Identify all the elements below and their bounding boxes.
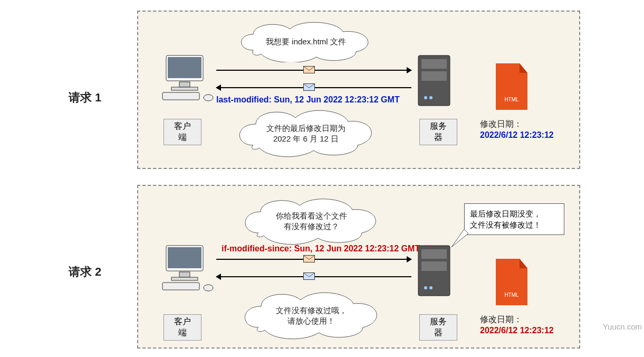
svg-point-10: [429, 96, 432, 99]
svg-rect-8: [421, 71, 447, 81]
svg-rect-15: [171, 277, 198, 280]
svg-rect-3: [171, 87, 198, 90]
svg-rect-19: [421, 249, 447, 259]
server-icon-2: [414, 243, 456, 301]
svg-rect-7: [421, 59, 447, 69]
bubble-text: 文件的最后修改日期为 2022 年 6 月 12 日: [266, 123, 345, 144]
response-bubble-2: 文件没有修改过哦， 请放心使用！: [237, 290, 385, 341]
envelope-icon: [303, 255, 315, 262]
html-file-icon: HTML: [493, 63, 530, 111]
client-computer-icon: [158, 243, 216, 296]
label-request-2: 请求 2: [69, 264, 101, 280]
if-modified-since-header: if-modified-since: Sun, 12 Jun 2022 12:2…: [222, 244, 420, 253]
bubble-text: 我想要 index.html 文件: [266, 36, 346, 47]
server-speech-bubble: 最后修改日期没变， 文件没有被修改过！: [464, 203, 564, 235]
svg-rect-4: [162, 92, 199, 100]
bubble-text: 文件没有修改过哦， 请放心使用！: [276, 305, 347, 326]
label-request-1: 请求 1: [69, 90, 101, 106]
mod-date-value-2: 2022/6/12 12:23:12: [480, 326, 554, 335]
svg-rect-2: [179, 82, 190, 87]
server-icon-1: [414, 53, 456, 111]
mod-date-label-2: 修改日期：: [480, 314, 522, 325]
client-label-2: 客户端: [164, 314, 201, 341]
server-label-1: 服务器: [419, 119, 457, 145]
mod-date-value-1: 2022/6/12 12:23:12: [480, 130, 554, 140]
svg-rect-16: [162, 283, 199, 290]
svg-rect-1: [168, 57, 201, 78]
svg-rect-20: [421, 261, 447, 271]
svg-point-17: [204, 285, 213, 291]
request-bubble-2: 你给我看看这个文件 有没有修改过？: [237, 197, 385, 246]
server-label-2: 服务器: [419, 314, 457, 341]
envelope-icon: [303, 83, 315, 91]
response-bubble-1: 文件的最后修改日期为 2022 年 6 月 12 日: [232, 108, 380, 158]
svg-rect-13: [168, 247, 201, 268]
svg-point-21: [424, 286, 427, 289]
envelope-icon: [303, 273, 315, 280]
svg-text:HTML: HTML: [504, 97, 519, 102]
client-computer-icon: [158, 53, 216, 106]
mod-date-label-1: 修改日期：: [480, 119, 522, 130]
speech-tail-icon: [448, 228, 469, 249]
html-file-icon: HTML: [493, 259, 530, 306]
svg-point-22: [429, 286, 432, 289]
last-modified-header: last-modified: Sun, 12 Jun 2022 12:23:12…: [216, 95, 400, 105]
svg-marker-23: [451, 229, 468, 247]
svg-point-9: [424, 96, 427, 99]
watermark: Yuucn.com: [603, 322, 642, 331]
svg-rect-14: [179, 272, 190, 277]
request-bubble-1: 我想要 index.html 文件: [232, 21, 380, 62]
svg-point-5: [204, 95, 213, 101]
svg-text:HTML: HTML: [504, 292, 519, 298]
client-label-1: 客户端: [164, 119, 201, 145]
bubble-text: 你给我看看这个文件 有没有修改过？: [276, 211, 347, 232]
envelope-icon: [303, 66, 315, 73]
